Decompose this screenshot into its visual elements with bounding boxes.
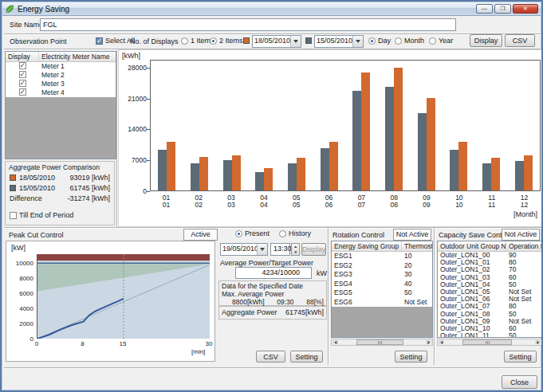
radio-year[interactable]: Year bbox=[429, 37, 453, 45]
table-row[interactable]: ESG220 bbox=[332, 261, 432, 271]
peak-setting-button[interactable]: Setting bbox=[290, 351, 323, 363]
spin-down-icon[interactable] bbox=[293, 250, 297, 253]
table-row[interactable]: Outer_LON1_0780 bbox=[438, 303, 541, 310]
scroll-track[interactable] bbox=[339, 339, 425, 345]
table-row[interactable]: Outer_LON1_1060 bbox=[438, 325, 541, 332]
chevron-down-icon[interactable] bbox=[352, 36, 363, 47]
max-avg-value: 8800[kWh] bbox=[232, 298, 265, 306]
y-tick-label: 10000 bbox=[10, 260, 33, 267]
peak-display-button[interactable]: Display bbox=[301, 243, 326, 256]
site-name-input[interactable] bbox=[40, 18, 456, 31]
radio-icon[interactable] bbox=[368, 37, 376, 45]
table-row[interactable]: Outer_LON1_0850 bbox=[438, 311, 541, 318]
table-row[interactable]: ESG330 bbox=[332, 270, 432, 280]
display-button[interactable]: Display bbox=[470, 34, 502, 47]
meter-checkbox-icon[interactable] bbox=[19, 71, 26, 78]
col-thermostat[interactable]: Thermostat C bbox=[402, 241, 432, 251]
scroll-left-icon[interactable] bbox=[439, 340, 443, 344]
x-tick-label: 0303 bbox=[215, 194, 248, 209]
meter-row[interactable]: Meter 2 bbox=[6, 71, 116, 80]
col-outdoor-unit[interactable]: Outdoor Unit Group Name bbox=[438, 241, 506, 251]
table-row[interactable]: Outer_LON1_0360 bbox=[438, 274, 541, 281]
meter-checkbox-icon[interactable] bbox=[19, 80, 26, 87]
radio-icon[interactable] bbox=[279, 230, 286, 237]
table-row[interactable]: Outer_LON1_0450 bbox=[438, 281, 541, 288]
radio-1-item[interactable]: 1 Item bbox=[181, 37, 211, 45]
scroll-right-icon[interactable] bbox=[426, 340, 431, 344]
table-row[interactable]: ESG6Not Set bbox=[332, 298, 432, 308]
select-all-checkbox[interactable]: Select All bbox=[96, 37, 135, 45]
table-row[interactable]: ESG110 bbox=[332, 252, 432, 261]
x-tick-line2: 04 bbox=[247, 202, 280, 209]
date1-combobox[interactable]: 18/05/2010 bbox=[252, 35, 301, 48]
col-esg-name[interactable]: Energy Saving Group Name bbox=[332, 241, 402, 251]
peak-chart-svg bbox=[37, 254, 210, 339]
scroll-thumb[interactable] bbox=[356, 339, 403, 345]
time-spinner[interactable] bbox=[291, 243, 300, 256]
col-meter-name[interactable]: Electricity Meter Name bbox=[39, 52, 116, 61]
spin-up-icon[interactable] bbox=[293, 245, 297, 248]
table-row[interactable]: Outer_LON1_0180 bbox=[438, 259, 541, 266]
table-row[interactable]: Outer_LON1_06Not Set bbox=[438, 296, 541, 303]
radio-icon[interactable] bbox=[181, 37, 188, 45]
rotation-hscrollbar[interactable] bbox=[331, 339, 433, 346]
till-end-checkbox[interactable]: Till End of Period bbox=[10, 211, 73, 219]
meter-checkbox-icon[interactable] bbox=[19, 88, 26, 96]
radio-history[interactable]: History bbox=[279, 229, 311, 237]
date2-combobox[interactable]: 15/05/2010 bbox=[314, 35, 364, 48]
close-window-button[interactable]: ✕ bbox=[513, 4, 538, 14]
x-tick-label: 1010 bbox=[443, 194, 475, 209]
bar-series-15-05-2010 bbox=[191, 163, 199, 190]
chevron-down-icon[interactable] bbox=[257, 244, 267, 255]
bar-series-18-05-2010 bbox=[264, 168, 273, 190]
group-name: Outer_LON1_02 bbox=[438, 266, 506, 273]
maximize-button[interactable]: ❐ bbox=[494, 4, 511, 14]
chevron-down-icon[interactable] bbox=[290, 36, 301, 47]
scroll-right-icon[interactable] bbox=[535, 340, 540, 344]
table-row[interactable]: Outer_LON1_0090 bbox=[438, 252, 541, 259]
table-row[interactable]: ESG550 bbox=[332, 288, 432, 298]
radio-2-items[interactable]: 2 Items bbox=[210, 37, 243, 45]
csv-button[interactable]: CSV bbox=[505, 34, 535, 47]
scroll-thumb[interactable] bbox=[462, 339, 512, 345]
titlebar[interactable]: Energy Saving — ❐ ✕ bbox=[2, 2, 541, 16]
radio-icon[interactable] bbox=[429, 37, 436, 45]
col-display[interactable]: Display bbox=[6, 52, 39, 61]
capacity-hscrollbar[interactable] bbox=[437, 339, 542, 346]
meter-display-cell bbox=[6, 88, 39, 97]
table-row[interactable]: Outer_LON1_1150 bbox=[438, 332, 541, 338]
radio-month[interactable]: Month bbox=[395, 37, 424, 45]
capacity-setting-button[interactable]: Setting bbox=[504, 351, 537, 363]
checkbox-icon[interactable] bbox=[10, 212, 17, 219]
capacity-table-header: Outdoor Unit Group Name Operation Rate (… bbox=[438, 241, 541, 252]
minimize-button[interactable]: — bbox=[476, 4, 493, 14]
radio-icon[interactable] bbox=[395, 37, 402, 45]
table-row[interactable]: ESG440 bbox=[332, 280, 432, 289]
radio-icon[interactable] bbox=[235, 230, 242, 237]
capacity-table-body: Outer_LON1_0090Outer_LON1_0180Outer_LON1… bbox=[438, 252, 541, 338]
meter-checkbox-icon[interactable] bbox=[19, 62, 26, 69]
peak-time-field[interactable]: 13:30 bbox=[270, 243, 290, 256]
meter-row[interactable]: Meter 4 bbox=[6, 88, 116, 97]
col-operation-rate[interactable]: Operation Rate (% bbox=[506, 241, 541, 251]
table-row[interactable]: Outer_LON1_09Not Set bbox=[438, 318, 541, 325]
table-row[interactable]: Outer_LON1_05Not Set bbox=[438, 288, 541, 296]
radio-present[interactable]: Present bbox=[235, 229, 270, 237]
scroll-track[interactable] bbox=[445, 339, 534, 345]
capacity-table: Outdoor Unit Group Name Operation Rate (… bbox=[437, 241, 542, 338]
radio-icon[interactable] bbox=[210, 37, 217, 45]
scroll-left-icon[interactable] bbox=[332, 340, 337, 344]
bar-series-18-05-2010 bbox=[232, 155, 241, 190]
close-button[interactable]: Close bbox=[502, 375, 537, 389]
bar-group bbox=[313, 61, 345, 190]
radio-day[interactable]: Day bbox=[368, 37, 391, 45]
meter-row[interactable]: Meter 1 bbox=[6, 62, 116, 71]
peak-csv-button[interactable]: CSV bbox=[256, 351, 285, 363]
peak-date-combobox[interactable]: 19/05/2010 bbox=[220, 243, 268, 256]
rotation-setting-button[interactable]: Setting bbox=[395, 351, 427, 363]
checkbox-icon[interactable] bbox=[96, 37, 103, 45]
aggregate-value: 61745 [kWh] bbox=[69, 184, 110, 192]
separator bbox=[434, 228, 435, 365]
meter-row[interactable]: Meter 3 bbox=[6, 80, 116, 88]
table-row[interactable]: Outer_LON1_0270 bbox=[438, 266, 541, 273]
